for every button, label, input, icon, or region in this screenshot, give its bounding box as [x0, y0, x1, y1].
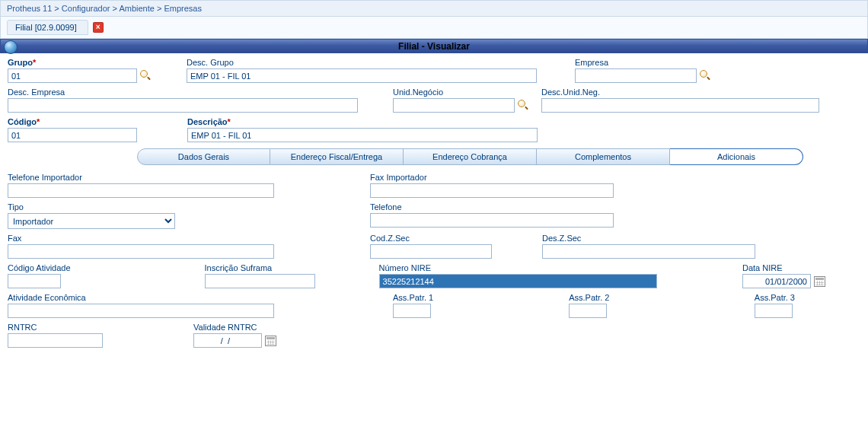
- search-icon[interactable]: [140, 70, 152, 81]
- tab-strip: Dados Gerais Endereço Fiscal/Entrega End…: [137, 148, 860, 165]
- ass-patr-3-input[interactable]: [755, 304, 793, 318]
- breadcrumb: Protheus 11 > Configurador > Ambiente > …: [0, 0, 868, 17]
- des-z-sec-label: Des.Z.Sec: [542, 234, 755, 243]
- desc-unid-neg-input[interactable]: [541, 98, 819, 113]
- atividade-economica-input[interactable]: [8, 304, 274, 318]
- desc-empresa-input[interactable]: [8, 98, 358, 113]
- ass-patr-2-input[interactable]: [569, 304, 607, 318]
- ass-patr-1-input[interactable]: [393, 304, 431, 318]
- calendar-icon[interactable]: [814, 276, 825, 287]
- form-area: Grupo* Desc. Grupo Empresa Desc. Empresa: [0, 53, 868, 363]
- close-icon[interactable]: ×: [93, 22, 104, 33]
- app-orb-icon: [4, 40, 18, 54]
- rntrc-input[interactable]: [8, 333, 103, 348]
- tel-importador-label: Telefone Importador: [8, 173, 274, 182]
- inscricao-suframa-label: Inscrição Suframa: [205, 263, 315, 272]
- codigo-atividade-input[interactable]: [8, 274, 61, 288]
- tel-importador-input[interactable]: [8, 183, 274, 198]
- fax-importador-input[interactable]: [370, 183, 614, 198]
- search-icon[interactable]: [518, 100, 529, 111]
- empresa-input[interactable]: [575, 68, 697, 83]
- tab-endereco-cobranca[interactable]: Endereço Cobrança: [404, 148, 537, 165]
- unid-negocio-input[interactable]: [393, 98, 515, 113]
- descricao-label: Descrição*: [187, 117, 538, 126]
- ass-patr-3-label: Ass.Patr. 3: [755, 293, 795, 302]
- rntrc-label: RNTRC: [8, 323, 103, 332]
- cod-z-sec-input[interactable]: [370, 244, 492, 259]
- tab-adicionais[interactable]: Adicionais: [670, 148, 803, 165]
- telefone-input[interactable]: [370, 213, 614, 228]
- document-tab-filial[interactable]: Filial [02.9.0099]: [7, 20, 88, 35]
- desc-empresa-label: Desc. Empresa: [8, 88, 358, 97]
- grupo-label: Grupo*: [8, 58, 152, 67]
- validade-rntrc-input[interactable]: [193, 333, 262, 348]
- titlebar: Filial - Visualizar: [0, 39, 868, 53]
- tab-complementos[interactable]: Complementos: [537, 148, 670, 165]
- data-nire-input[interactable]: [742, 274, 811, 288]
- inscricao-suframa-input[interactable]: [205, 274, 315, 288]
- calendar-icon[interactable]: [265, 336, 276, 346]
- data-nire-label: Data NIRE: [742, 263, 825, 272]
- tipo-label: Tipo: [8, 202, 175, 212]
- ass-patr-2-label: Ass.Patr. 2: [569, 293, 609, 302]
- des-z-sec-input[interactable]: [542, 244, 755, 259]
- desc-unid-neg-label: Desc.Unid.Neg.: [541, 88, 819, 97]
- telefone-label: Telefone: [370, 202, 614, 212]
- tipo-select[interactable]: Importador: [8, 213, 175, 229]
- desc-grupo-input[interactable]: [187, 68, 537, 83]
- document-tab-label: Filial [02.9.0099]: [15, 23, 77, 32]
- tab-endereco-fiscal[interactable]: Endereço Fiscal/Entrega: [270, 148, 404, 165]
- ass-patr-1-label: Ass.Patr. 1: [393, 293, 433, 302]
- atividade-economica-label: Atividade Econômica: [8, 293, 274, 302]
- document-tab-bar: Filial [02.9.0099] ×: [0, 17, 868, 39]
- codigo-atividade-label: Código Atividade: [8, 263, 71, 272]
- numero-nire-label: Número NIRE: [379, 263, 657, 272]
- grupo-input[interactable]: [8, 68, 137, 83]
- fax-input[interactable]: [8, 244, 274, 259]
- search-icon[interactable]: [700, 70, 711, 81]
- numero-nire-input[interactable]: [379, 274, 657, 288]
- desc-grupo-label: Desc. Grupo: [187, 58, 537, 67]
- unid-negocio-label: Unid.Negócio: [393, 88, 529, 97]
- codigo-label: Código*: [8, 117, 137, 126]
- codigo-input[interactable]: [8, 128, 137, 142]
- titlebar-text: Filial - Visualizar: [398, 41, 470, 52]
- fax-importador-label: Fax Importador: [370, 173, 614, 182]
- empresa-label: Empresa: [575, 58, 711, 67]
- validade-rntrc-label: Validade RNTRC: [193, 323, 276, 332]
- descricao-input[interactable]: [187, 128, 538, 142]
- tab-dados-gerais[interactable]: Dados Gerais: [137, 148, 270, 165]
- cod-z-sec-label: Cod.Z.Sec: [370, 234, 492, 243]
- fax-label: Fax: [8, 234, 274, 243]
